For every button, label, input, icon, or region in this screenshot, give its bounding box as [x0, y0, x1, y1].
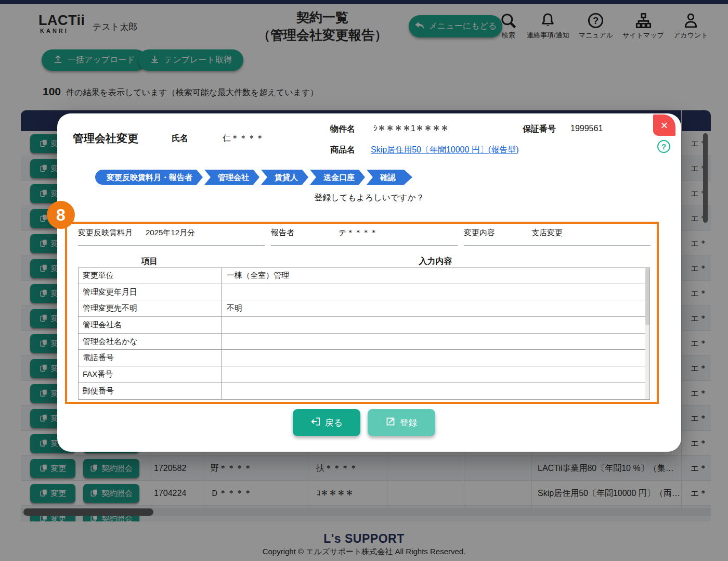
detail-input-cell: [222, 317, 649, 333]
detail-item-cell: 管理変更年月日: [79, 284, 222, 300]
step-3[interactable]: 賃貸人: [261, 170, 308, 185]
property-value: ｼ＊＊＊＊1＊＊＊＊: [373, 124, 449, 133]
detail-row: 電話番号: [78, 350, 650, 366]
management-change-modal: × ? 管理会社変更 氏名 仁＊＊＊＊ 物件名 ｼ＊＊＊＊1＊＊＊＊ 保証番号 …: [57, 113, 681, 452]
detail-row: 管理変更年月日: [78, 284, 650, 301]
detail-input-cell: [222, 284, 649, 300]
summary-value: 2025年12月分: [146, 228, 195, 238]
step-number-badge: 8: [47, 201, 75, 229]
product-label: 商品名: [330, 145, 355, 156]
guarantee-number-label: 保証番号: [523, 124, 556, 135]
column-header-item: 項目: [78, 256, 221, 267]
edit-icon: [386, 417, 395, 429]
detail-row: 郵便番号: [78, 383, 650, 400]
detail-item-cell: 電話番号: [79, 350, 222, 366]
detail-row: 管理会社名かな: [78, 334, 650, 350]
detail-input-cell: [222, 383, 649, 399]
help-icon[interactable]: ?: [657, 140, 670, 153]
detail-input-cell: [222, 350, 649, 366]
step-1[interactable]: 変更反映賃料月・報告者: [95, 170, 203, 185]
summary-value: テ＊＊＊＊: [339, 228, 378, 238]
product-link[interactable]: Skip居住用50〔年間10000 円〕(報告型): [371, 145, 519, 156]
guarantee-number-value: 1999561: [570, 124, 603, 133]
confirmation-panel: 変更反映賃料月2025年12月分報告者テ＊＊＊＊変更内容支店変更 項目 入力内容…: [65, 222, 659, 404]
summary-label: 変更反映賃料月: [78, 228, 146, 238]
summary-field: 報告者テ＊＊＊＊: [271, 228, 458, 246]
summary-field: 変更内容支店変更: [464, 228, 651, 246]
back-button[interactable]: 戻る: [293, 409, 360, 436]
exit-icon: [310, 417, 320, 429]
close-button[interactable]: ×: [653, 114, 675, 136]
detail-item-cell: 管理変更先不明: [79, 300, 222, 316]
summary-label: 報告者: [271, 228, 339, 238]
detail-item-cell: FAX番号: [79, 366, 222, 382]
summary-value: 支店変更: [531, 228, 563, 238]
confirm-message: 登録してもよろしいですか？: [57, 193, 681, 203]
step-2[interactable]: 管理会社: [204, 170, 259, 185]
detail-input-cell: [222, 366, 649, 382]
detail-row: 管理変更先不明不明: [78, 300, 650, 317]
detail-row: 変更単位一棟（全室）管理: [78, 267, 650, 284]
detail-row: FAX番号: [78, 366, 650, 383]
detail-row: 管理会社名: [78, 317, 650, 334]
register-button-label: 登録: [400, 417, 418, 429]
step-5[interactable]: 確認: [367, 170, 412, 185]
detail-table-scrollbar-thumb[interactable]: [645, 268, 649, 325]
detail-table: 変更単位一棟（全室）管理管理変更年月日管理変更先不明不明管理会社名管理会社名かな…: [78, 267, 650, 400]
summary-row: 変更反映賃料月2025年12月分報告者テ＊＊＊＊変更内容支店変更: [78, 228, 651, 246]
detail-input-cell: [222, 334, 649, 350]
name-label: 氏名: [172, 133, 188, 144]
column-header-input: 入力内容: [221, 256, 650, 267]
summary-field: 変更反映賃料月2025年12月分: [78, 228, 265, 246]
modal-title: 管理会社変更: [73, 131, 138, 146]
detail-item-cell: 郵便番号: [79, 383, 222, 399]
detail-item-cell: 管理会社名かな: [79, 334, 222, 350]
detail-input-cell: 一棟（全室）管理: [222, 268, 649, 284]
name-value: 仁＊＊＊＊: [223, 133, 264, 144]
detail-table-scrollbar[interactable]: [645, 268, 649, 399]
detail-item-cell: 変更単位: [79, 268, 222, 284]
step-4[interactable]: 送金口座: [310, 170, 365, 185]
detail-input-cell: 不明: [222, 300, 649, 316]
close-icon: ×: [660, 118, 668, 132]
detail-item-cell: 管理会社名: [79, 317, 222, 333]
register-button[interactable]: 登録: [368, 409, 435, 436]
step-breadcrumb: 変更反映賃料月・報告者管理会社賃貸人送金口座確認: [95, 170, 412, 185]
property-label: 物件名: [330, 124, 355, 135]
summary-label: 変更内容: [464, 228, 531, 238]
back-button-label: 戻る: [325, 417, 343, 429]
